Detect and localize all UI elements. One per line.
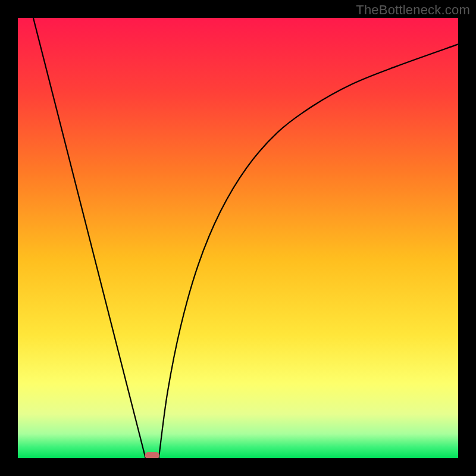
plot-area — [18, 18, 458, 458]
minimum-marker — [145, 452, 159, 458]
chart-frame: TheBottleneck.com — [0, 0, 476, 476]
gradient-background — [18, 18, 458, 458]
chart-svg — [18, 18, 458, 458]
watermark-label: TheBottleneck.com — [356, 2, 470, 18]
